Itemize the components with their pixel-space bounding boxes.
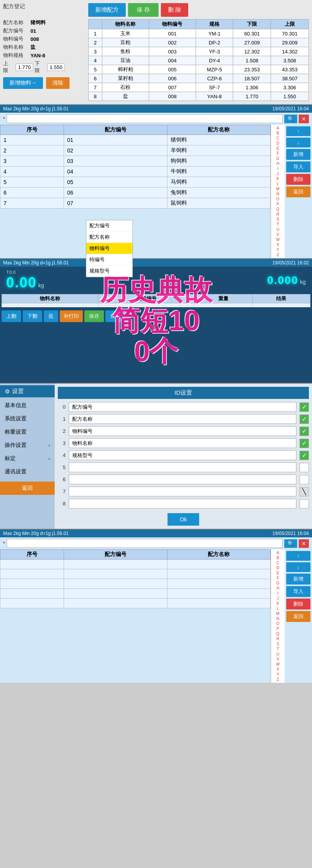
alphabet-letter[interactable]: Q [276,631,280,636]
save-button[interactable]: 保 存 [128,3,159,17]
new-formula-button[interactable]: 新增配方 [88,3,126,17]
alphabet-letter[interactable]: G [276,156,280,161]
alphabet-letter[interactable]: S [276,641,279,647]
add-material-button[interactable]: 新增物料→ [3,77,43,89]
alphabet-letter[interactable]: M [276,611,279,616]
id-row-input[interactable] [69,414,296,424]
alphabet-letter[interactable]: Y [276,247,279,252]
reprint-button[interactable]: 补打印 [60,310,83,322]
alphabet-letter[interactable]: T [276,647,279,652]
alphabet-letter[interactable]: F [276,151,279,156]
dropdown-item-formula-name[interactable]: 配方名称 [86,232,132,243]
search-button[interactable]: 🔍 [284,115,297,123]
alphabet-letter[interactable]: W [276,662,280,667]
alphabet-letter[interactable]: R [276,212,279,217]
id-row-checkbox[interactable]: ✓ [300,451,309,460]
alphabet-letter[interactable]: Y [276,672,279,677]
settings-operation[interactable]: 操作设置 › [0,439,55,452]
alphabet-letter[interactable]: N [276,616,279,621]
add-button-2[interactable]: 新增 [286,149,310,160]
id-row-checkbox[interactable]: ✓ [300,427,309,436]
alphabet-letter[interactable]: C [276,560,279,565]
up-button-5[interactable]: ↑ [286,551,310,561]
clear-button[interactable]: 清除 [46,77,70,89]
next-button[interactable]: 下翻 [23,310,42,322]
id-row-checkbox[interactable]: ✓ [300,402,309,412]
id-row-input[interactable] [69,487,296,496]
delete-button[interactable]: 删 除 [161,3,188,17]
alphabet-letter[interactable]: M [276,186,279,191]
alphabet-letter[interactable]: A [276,126,279,131]
alphabet-letter[interactable]: H [276,161,279,166]
import-button-5[interactable]: 导入 [286,586,310,597]
id-row-input[interactable] [69,462,296,472]
dropdown-item-formula-code[interactable]: 配方编号 [86,220,132,232]
id-row-checkbox[interactable] [300,475,309,484]
alphabet-letter[interactable]: D [276,141,279,146]
search-button-5[interactable]: 🔍 [284,539,297,548]
settings-system[interactable]: 系统设置 [0,412,55,425]
alphabet-letter[interactable]: O [276,197,280,202]
alphabet-letter[interactable]: E [276,570,279,576]
alphabet-letter[interactable]: P [276,202,279,207]
back-button-5[interactable]: 返回 [286,611,310,622]
down-button-5[interactable]: ↓ [286,562,310,572]
alphabet-letter[interactable]: O [276,621,280,626]
close-button-5[interactable]: ✕ [299,539,309,548]
alphabet-letter[interactable]: K [276,176,279,181]
import-button-2[interactable]: 导入 [286,161,310,172]
close-button[interactable]: ✕ [299,115,309,123]
id-row-checkbox[interactable]: ✓ [300,415,309,424]
settings-back-button[interactable]: 返回 [0,482,55,495]
alphabet-letter[interactable]: V [276,232,279,237]
batch-button[interactable]: 批 [44,310,58,322]
alphabet-letter[interactable]: X [276,667,279,672]
alphabet-letter[interactable]: T [276,222,279,227]
alphabet-letter[interactable]: J [277,171,279,176]
settings-basic-info[interactable]: 基本信息 [0,399,55,412]
up-button-2[interactable]: ↑ [286,126,310,136]
alphabet-letter[interactable]: L [277,181,279,186]
alphabet-letter[interactable]: G [276,581,280,586]
alphabet-letter[interactable]: U [276,227,279,232]
alphabet-letter[interactable]: L [277,606,279,611]
alphabet-letter[interactable]: A [276,550,279,555]
alphabet-letter[interactable]: F [276,576,279,581]
id-ok-button[interactable]: Ok [168,513,200,526]
query-button[interactable]: 查询 [105,310,125,322]
id-row-input[interactable] [69,402,296,412]
dropdown-item-spec-type[interactable]: 规格型号 [86,266,132,277]
alphabet-letter[interactable]: H [276,586,279,591]
search-input[interactable] [7,114,283,123]
save-button-3[interactable]: 保存 [84,310,104,322]
alphabet-letter[interactable]: V [276,657,279,662]
alphabet-letter[interactable]: I [277,591,278,596]
alphabet-letter[interactable]: S [276,217,279,222]
id-row-checkbox[interactable] [300,463,309,472]
delete-button-2[interactable]: 删除 [286,174,310,185]
id-row-input[interactable] [69,475,296,484]
alphabet-letter[interactable]: Z [276,252,279,257]
alphabet-letter[interactable]: Z [276,677,279,682]
prev-button[interactable]: 上翻 [2,310,21,322]
id-row-input[interactable] [69,499,296,508]
alphabet-letter[interactable]: W [276,237,280,242]
alphabet-letter[interactable]: N [276,191,279,197]
alphabet-letter[interactable]: C [276,136,279,141]
id-row-input[interactable] [69,426,296,436]
alphabet-letter[interactable]: B [276,131,279,136]
dropdown-item-material-code[interactable]: 物料编号 [86,243,132,254]
id-row-input[interactable] [69,438,296,448]
dropdown-item-special-code[interactable]: 特编号 [86,254,132,266]
alphabet-letter[interactable]: P [276,626,279,631]
add-button-5[interactable]: 新增 [286,574,310,585]
down-button-2[interactable]: ↓ [286,138,310,147]
search-input-5[interactable] [7,539,283,548]
id-row-checkbox[interactable]: ✓ [300,439,309,448]
id-row-input[interactable] [69,450,296,460]
alphabet-letter[interactable]: D [276,565,279,570]
delete-button-5[interactable]: 删除 [286,599,310,609]
alphabet-letter[interactable]: J [277,596,279,601]
alphabet-letter[interactable]: K [276,601,279,606]
alphabet-letter[interactable]: I [277,166,278,171]
